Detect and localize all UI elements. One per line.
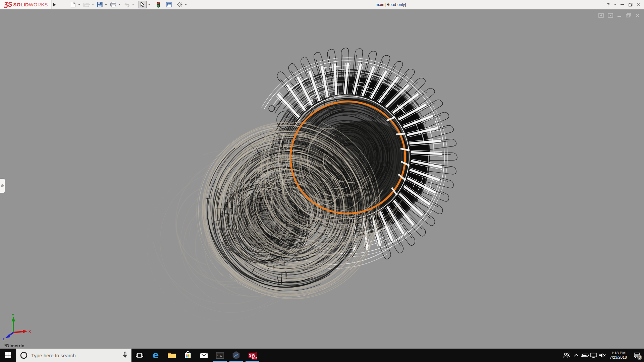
save-dropdown-caret[interactable] [105, 4, 107, 5]
clock[interactable]: 1:18 PM 7/23/2018 [607, 349, 630, 362]
sw-year: 2017 [252, 357, 257, 359]
doc-restore-button[interactable] [626, 13, 631, 18]
taskbar-store-button[interactable] [180, 349, 196, 362]
open-icon [83, 2, 90, 7]
volume-muted-icon [599, 353, 606, 358]
document-title: main [Read-only] [376, 2, 406, 7]
brand-works: WORKS [29, 2, 48, 7]
orientation-triad: Y X Z [2, 313, 32, 341]
taskbar-search-box[interactable]: Type here to search [16, 349, 131, 362]
taskbar-solidworks-button[interactable]: SW2017 [244, 349, 260, 362]
minimize-button[interactable] [621, 4, 624, 5]
new-document-button[interactable] [69, 1, 77, 8]
close-button[interactable] [637, 3, 641, 6]
triad-x-label: X [29, 330, 31, 334]
action-center-button[interactable]: 3 [630, 349, 644, 362]
titlebar: ƷS SOLIDWORKS [0, 0, 644, 9]
windows-logo-icon [5, 352, 11, 358]
save-button[interactable] [96, 1, 104, 8]
minimize-icon [621, 4, 624, 5]
print-icon [110, 2, 116, 7]
taskbar-command-prompt-button[interactable]: C:\ [212, 349, 228, 362]
taskbar-hexagon-app-button[interactable] [228, 349, 244, 362]
properties-list-icon [166, 2, 172, 7]
view-orientation-label: *Dimetric [4, 343, 24, 348]
select-dropdown-caret [148, 4, 150, 5]
select-tool-button[interactable] [139, 1, 147, 8]
taskbar-file-explorer-button[interactable] [164, 349, 180, 362]
print-button[interactable] [109, 1, 117, 8]
undo-icon [123, 2, 130, 7]
close-icon [637, 3, 641, 6]
solidworks-logo: ƷS SOLIDWORKS [0, 0, 52, 9]
chevron-up-icon [574, 354, 579, 357]
quick-toolbar [69, 1, 189, 8]
taskbar-edge-button[interactable]: e [148, 349, 164, 362]
taskbar-mail-button[interactable] [196, 349, 212, 362]
rebuild-button[interactable] [154, 1, 162, 8]
command-prompt-icon: C:\ [216, 352, 224, 359]
triad-y-label: Y [12, 313, 14, 317]
tile-right-icon [608, 13, 613, 18]
traffic-light-icon [157, 2, 160, 8]
new-dropdown-caret[interactable] [78, 4, 80, 5]
flyout-arrow-icon [53, 3, 56, 6]
store-icon [184, 351, 192, 359]
tab-dot-icon [1, 184, 4, 187]
network-button[interactable] [589, 349, 598, 362]
model-canvas[interactable] [0, 9, 644, 349]
battery-charging-icon [581, 353, 589, 358]
microphone-icon[interactable] [122, 352, 128, 359]
tray-time: 1:18 PM [611, 351, 626, 355]
undo-button[interactable] [122, 1, 131, 8]
start-button[interactable] [0, 349, 16, 362]
options-button[interactable] [176, 1, 184, 8]
people-button[interactable] [561, 349, 572, 362]
mail-icon [200, 353, 208, 358]
tile-left-icon [598, 13, 604, 18]
doc-minimize-button[interactable] [617, 13, 622, 18]
print-dropdown-caret[interactable] [118, 4, 120, 5]
menu-flyout-button[interactable] [52, 0, 58, 9]
system-tray: 1:18 PM 7/23/2018 3 [561, 349, 644, 362]
featuremanager-collapsed-tab[interactable] [0, 179, 5, 193]
doc-minimize-icon [617, 13, 622, 18]
file-explorer-icon [167, 352, 176, 359]
show-hidden-icons-button[interactable] [572, 349, 581, 362]
doc-close-button[interactable] [635, 13, 640, 18]
task-view-button[interactable] [131, 349, 148, 362]
options-dropdown-caret[interactable] [185, 4, 187, 5]
tray-date: 7/23/2018 [610, 355, 627, 360]
doc-tile-right-button[interactable] [608, 13, 613, 18]
taskbar: Type here to search e C:\ SW2017 [0, 349, 644, 362]
select-dropdown-button[interactable] [147, 1, 152, 8]
open-dropdown-caret[interactable] [92, 4, 94, 5]
help-dropdown-caret[interactable] [614, 4, 616, 5]
document-window-controls [598, 13, 640, 18]
hexagon-app-icon [232, 351, 240, 360]
people-icon [563, 352, 570, 358]
doc-tile-left-button[interactable] [598, 13, 604, 18]
help-button[interactable]: ? [607, 2, 610, 7]
sw-letters: SW [249, 353, 256, 357]
file-properties-button[interactable] [165, 1, 173, 8]
battery-button[interactable] [581, 349, 589, 362]
ethernet-icon [590, 353, 597, 358]
undo-dropdown-caret[interactable] [132, 4, 134, 5]
volume-button[interactable] [598, 349, 607, 362]
window-controls: ? [607, 0, 641, 9]
restore-button[interactable] [629, 3, 633, 7]
open-button[interactable] [82, 1, 91, 8]
new-document-icon [70, 2, 76, 8]
doc-restore-icon [626, 13, 631, 18]
notification-badge: 3 [637, 355, 642, 360]
triad-z-label: Z [3, 338, 5, 341]
save-icon [97, 2, 103, 7]
search-placeholder-text: Type here to search [31, 353, 119, 358]
solidworks-window: ƷS SOLIDWORKS [0, 0, 644, 362]
graphics-area[interactable]: Y X Z *Dimetric [0, 9, 644, 349]
restore-icon [629, 3, 633, 7]
dassault-3ds-glyph: ƷS [4, 1, 12, 8]
brand-solid: SOLID [13, 2, 29, 7]
select-cursor-icon [140, 2, 145, 7]
